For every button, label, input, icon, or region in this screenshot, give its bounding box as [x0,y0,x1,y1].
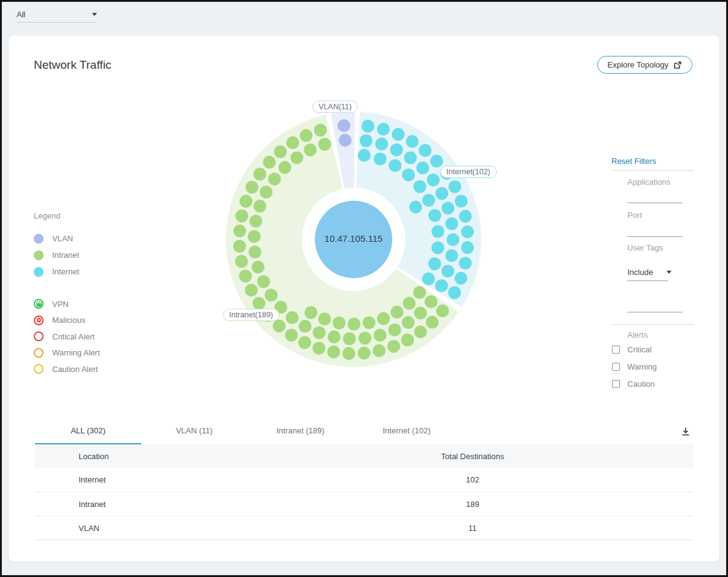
page-title: Network Traffic [34,58,111,72]
endpoint-dot-intranet [347,317,360,330]
reset-filters-link[interactable]: Reset Filters [611,157,656,166]
segment-label-vlan[interactable]: VLAN(11) [312,101,358,113]
global-filter-dropdown[interactable]: All [17,7,97,23]
endpoint-dot-intranet [390,306,403,319]
endpoint-dot-intranet [414,306,427,319]
port-input[interactable] [627,236,683,237]
user-tags-input[interactable] [627,312,683,312]
alerts-checkbox-group: CriticalWarningCaution [612,345,657,389]
endpoint-dot-internet [390,143,403,156]
endpoint-dot-internet [427,174,440,187]
endpoint-dot-internet [389,159,401,172]
endpoint-dot-internet [375,137,388,150]
endpoint-dot-intranet [403,297,416,310]
chevron-down-icon [667,271,672,274]
tab-all[interactable]: ALL (302) [35,424,141,441]
alert-ring-icon [34,364,44,374]
endpoint-dot-intranet [304,144,317,157]
endpoint-dot-internet [406,135,419,148]
panel-divider-top [611,170,694,171]
endpoint-dot-internet [360,134,373,147]
applications-input[interactable] [627,203,683,203]
global-filter-value: All [17,10,25,19]
explore-topology-button[interactable]: Explore Topology [597,56,693,74]
endpoint-dot-internet [428,257,441,270]
alert-option-caution: Caution [612,379,657,389]
include-dropdown[interactable]: Include [627,268,672,277]
tab-vlan[interactable]: VLAN (11) [141,424,247,441]
endpoint-dot-intranet [314,124,327,137]
endpoint-dot-intranet [254,168,266,180]
table-bottom-rule [35,540,693,540]
endpoint-dot-internet [358,149,371,162]
endpoint-dot-intranet [248,230,261,243]
endpoint-dot-intranet [414,325,427,338]
explore-topology-label: Explore Topology [608,60,669,69]
endpoint-dot-internet [441,265,454,277]
endpoint-dot-intranet [252,261,265,274]
tab-intranet[interactable]: Intranet (189) [247,424,354,441]
legend-item-vlan[interactable]: VLAN [34,230,132,247]
endpoint-dot-intranet [233,225,246,238]
endpoint-dot-intranet [290,151,303,164]
download-button[interactable] [679,425,692,438]
network-traffic-chart[interactable]: 10.47.105.115 VLAN(11) Internet(102) Int… [182,98,525,387]
endpoint-dot-internet [448,286,461,299]
tab-internet[interactable]: Internet (102) [354,424,460,441]
table-row[interactable]: Intranet189 [35,492,693,516]
alerts-label: Alerts [627,330,648,339]
legend-dot-icon [34,234,44,244]
endpoint-dot-internet [435,187,448,200]
endpoint-dot-internet [459,257,471,269]
table-header-row: Location Total Destinations [35,444,693,468]
endpoint-dot-internet [454,272,467,285]
include-underline [627,281,668,281]
legend-item-label: Critical Alert [52,332,95,341]
legend-item-malicious: Malicious [34,312,132,329]
endpoint-dot-intranet [343,347,355,360]
panel-divider-alerts [611,324,694,325]
endpoint-dot-intranet [239,269,252,282]
endpoint-dot-internet [377,123,390,136]
alert-option-label: Critical [627,345,652,354]
endpoint-dot-internet [430,155,443,168]
legend-item-intranet[interactable]: Intranet [34,247,132,263]
endpoint-dot-vlan [338,119,350,132]
endpoint-dot-intranet [401,333,414,346]
endpoint-dot-intranet [249,215,262,228]
endpoint-dot-intranet [312,327,325,339]
cell-location: VLAN [35,524,252,533]
endpoint-dot-intranet [402,316,415,329]
endpoint-dot-intranet [377,312,390,325]
legend-dot-icon [34,250,44,260]
checkbox-critical[interactable] [612,346,620,354]
legend-item-internet[interactable]: Internet [34,263,132,280]
column-header-total-destinations: Total Destinations [252,452,693,461]
endpoint-dot-intranet [318,137,331,150]
endpoint-dot-vlan [339,134,352,147]
filter-panel: Reset Filters Applications Port User Tag… [611,152,694,410]
endpoint-dot-internet [416,161,429,174]
legend-item-critical-alert: Critical Alert [34,328,132,345]
table-row[interactable]: Internet102 [35,468,693,492]
endpoint-dot-intranet [425,295,438,308]
table-row[interactable]: VLAN11 [35,516,693,540]
endpoint-dot-intranet [298,336,311,349]
cell-location: Intranet [35,500,252,509]
segment-label-internet[interactable]: Internet(102) [440,166,497,178]
table-body: Internet102Intranet189VLAN11 [35,468,693,540]
external-link-icon [673,61,682,69]
cell-total-destinations: 189 [252,500,693,509]
endpoint-dot-intranet [387,340,400,353]
checkbox-warning[interactable] [612,363,620,371]
destinations-table: Location Total Destinations Internet102I… [35,444,693,540]
endpoint-dot-internet [432,241,444,254]
endpoint-dot-intranet [374,329,387,342]
endpoint-dot-intranet [249,246,261,258]
alert-option-label: Caution [627,379,655,389]
endpoint-dot-internet [455,195,468,207]
endpoint-dot-intranet [373,344,385,357]
segment-label-intranet[interactable]: Intranet(189) [223,309,279,321]
checkbox-caution[interactable] [612,380,620,388]
endpoint-dot-intranet [286,311,299,324]
